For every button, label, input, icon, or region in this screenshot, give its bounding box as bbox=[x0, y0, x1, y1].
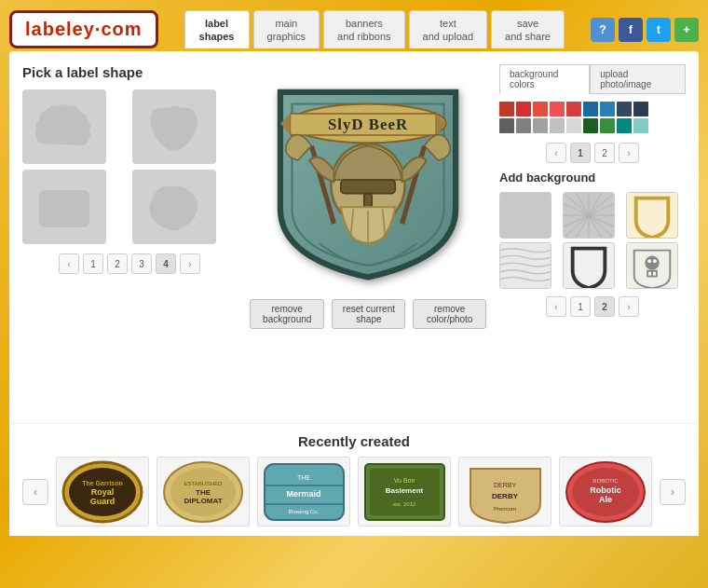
recently-next[interactable]: › bbox=[660, 479, 686, 505]
recently-prev[interactable]: ‹ bbox=[22, 479, 48, 505]
palette-page-2[interactable]: 2 bbox=[594, 143, 615, 163]
svg-rect-38 bbox=[653, 272, 656, 276]
recently-items: The Garrison Royal Guard ESTABLISHED THE… bbox=[56, 457, 652, 526]
color-swatch[interactable] bbox=[633, 118, 648, 133]
shapes-prev[interactable]: ‹ bbox=[59, 253, 79, 274]
color-swatch[interactable] bbox=[499, 118, 514, 133]
shape-item-3[interactable] bbox=[22, 170, 106, 244]
palette-prev[interactable]: ‹ bbox=[546, 143, 566, 163]
bg-tabs: background colors upload photo/image bbox=[499, 64, 686, 94]
color-swatch[interactable] bbox=[550, 118, 565, 133]
shape-item-2[interactable] bbox=[132, 89, 216, 164]
color-row-1 bbox=[499, 102, 686, 116]
color-swatch[interactable] bbox=[583, 102, 598, 116]
tab-upload-photo[interactable]: upload photo/image bbox=[590, 64, 686, 94]
recent-item-derby[interactable]: DERBY DERBY Premium bbox=[458, 457, 551, 526]
bg-item-wavy[interactable] bbox=[499, 242, 551, 289]
recent-item-mermaid[interactable]: THE Mermaid Brewing Co. bbox=[257, 457, 350, 526]
color-swatch[interactable] bbox=[633, 102, 648, 116]
canvas-buttons: remove background reset current shape re… bbox=[250, 299, 486, 329]
recent-item-diplomat[interactable]: ESTABLISHED THE DIPLOMAT bbox=[157, 457, 250, 526]
recently-title: Recently created bbox=[22, 433, 686, 449]
color-swatch[interactable] bbox=[533, 118, 548, 133]
remove-background-button[interactable]: remove background bbox=[250, 299, 324, 329]
shapes-page-2[interactable]: 2 bbox=[107, 253, 128, 274]
color-swatch[interactable] bbox=[550, 102, 565, 116]
recent-item-robotic-ale[interactable]: ROBOTIC Robotic Ale bbox=[559, 457, 652, 526]
bg-item-radial[interactable] bbox=[563, 192, 615, 239]
tab-main-graphics[interactable]: maingraphics bbox=[253, 10, 320, 49]
facebook-icon[interactable]: f bbox=[619, 18, 643, 42]
remove-color-button[interactable]: remove color/photo bbox=[413, 299, 486, 329]
svg-point-39 bbox=[647, 259, 651, 263]
bg-grid bbox=[499, 192, 686, 289]
shapes-pagination: ‹ 1 2 3 4 › bbox=[22, 253, 237, 274]
color-swatch[interactable] bbox=[600, 118, 615, 133]
recently-section: Recently created ‹ The Garrison Royal Gu… bbox=[9, 423, 699, 536]
add-icon[interactable]: + bbox=[674, 18, 699, 42]
shapes-page-3[interactable]: 3 bbox=[131, 253, 152, 274]
bg-item-solid-grey[interactable] bbox=[499, 192, 551, 239]
svg-text:SlyD BeeR: SlyD BeeR bbox=[328, 116, 408, 133]
shapes-panel: Pick a label shape bbox=[22, 64, 237, 423]
color-swatch[interactable] bbox=[583, 118, 598, 133]
color-swatch[interactable] bbox=[516, 102, 531, 116]
shape-item-1[interactable] bbox=[22, 89, 106, 164]
tab-banners-ribbons[interactable]: bannersand ribbons bbox=[323, 10, 405, 49]
palette-page-1[interactable]: 1 bbox=[570, 143, 591, 163]
svg-text:Guard: Guard bbox=[89, 497, 115, 506]
add-bg-title: Add background bbox=[499, 171, 686, 185]
svg-rect-0 bbox=[39, 190, 89, 227]
site-logo[interactable]: labeley·com bbox=[9, 10, 158, 48]
right-panel: background colors upload photo/image bbox=[499, 64, 686, 423]
tab-save-share[interactable]: saveand share bbox=[491, 10, 565, 49]
shapes-next[interactable]: › bbox=[180, 253, 200, 274]
color-swatch[interactable] bbox=[566, 118, 581, 133]
color-row-2 bbox=[499, 118, 686, 133]
color-palette bbox=[499, 102, 686, 133]
tab-label-shapes[interactable]: labelshapes bbox=[184, 10, 250, 49]
svg-rect-9 bbox=[341, 180, 396, 194]
twitter-icon[interactable]: t bbox=[647, 18, 671, 42]
svg-text:DERBY: DERBY bbox=[491, 492, 518, 500]
svg-point-40 bbox=[653, 259, 657, 263]
svg-point-35 bbox=[645, 255, 659, 269]
svg-text:Royal: Royal bbox=[90, 487, 114, 497]
svg-text:DIPLOMAT: DIPLOMAT bbox=[184, 497, 222, 505]
tab-text-upload[interactable]: textand upload bbox=[409, 10, 487, 49]
shapes-panel-title: Pick a label shape bbox=[22, 64, 237, 80]
color-swatch[interactable] bbox=[617, 118, 632, 133]
svg-text:Vu Bon: Vu Bon bbox=[393, 477, 415, 484]
svg-text:Brewing Co.: Brewing Co. bbox=[288, 509, 319, 514]
bg-item-gold-shield[interactable] bbox=[626, 192, 678, 239]
reset-shape-button[interactable]: reset current shape bbox=[332, 299, 405, 329]
color-swatch[interactable] bbox=[600, 102, 615, 116]
bg-item-black-shield[interactable] bbox=[563, 242, 615, 289]
color-swatch[interactable] bbox=[499, 102, 514, 116]
bg-next[interactable]: › bbox=[619, 296, 639, 317]
palette-next[interactable]: › bbox=[619, 143, 639, 163]
svg-rect-37 bbox=[648, 272, 651, 276]
help-icon[interactable]: ? bbox=[591, 18, 615, 42]
label-preview[interactable]: SlyD BeeR bbox=[256, 68, 480, 292]
palette-pagination: ‹ 1 2 › bbox=[499, 143, 686, 163]
recently-row: ‹ The Garrison Royal Guard bbox=[22, 457, 686, 526]
tab-bg-colors[interactable]: background colors bbox=[499, 64, 590, 94]
color-swatch[interactable] bbox=[516, 118, 531, 133]
color-swatch[interactable] bbox=[533, 102, 548, 116]
svg-text:Ale: Ale bbox=[598, 495, 611, 504]
bg-prev[interactable]: ‹ bbox=[546, 296, 566, 317]
svg-text:THE: THE bbox=[196, 488, 211, 497]
svg-text:THE: THE bbox=[297, 474, 310, 481]
shapes-page-4[interactable]: 4 bbox=[156, 253, 176, 274]
bg-page-2[interactable]: 2 bbox=[594, 296, 615, 317]
recent-item-royal-guard[interactable]: The Garrison Royal Guard bbox=[56, 457, 149, 526]
color-swatch[interactable] bbox=[617, 102, 632, 116]
recent-item-bon-baslement[interactable]: Vu Bon Baslement est. 2012 bbox=[358, 457, 451, 526]
svg-text:The Garrison: The Garrison bbox=[82, 480, 123, 486]
bg-page-1[interactable]: 1 bbox=[570, 296, 591, 317]
shape-item-4[interactable] bbox=[132, 170, 216, 244]
bg-item-character[interactable] bbox=[626, 242, 678, 289]
shapes-page-1[interactable]: 1 bbox=[83, 253, 103, 274]
color-swatch[interactable] bbox=[566, 102, 581, 116]
